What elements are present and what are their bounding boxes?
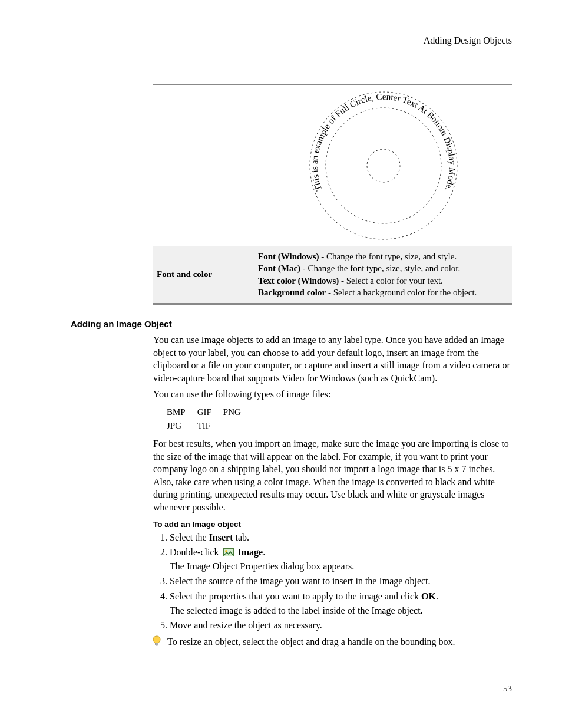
svg-text:This is an example of Full Cir: This is an example of Full Circle, Cente…	[309, 92, 457, 192]
tip-text: To resize an object, select the object a…	[167, 635, 455, 648]
type-cell: BMP	[166, 407, 186, 418]
type-cell	[223, 420, 242, 431]
step-3: Select the source of the image you want …	[170, 575, 512, 588]
type-cell: JPG	[166, 420, 186, 431]
svg-rect-6	[156, 643, 158, 645]
table-row: JPG TIF	[166, 420, 242, 431]
circle-text-figure: This is an example of Full Circle, Cente…	[307, 89, 460, 242]
font-mac-line: Font (Mac) - Change the font type, size,…	[258, 262, 508, 274]
svg-point-1	[326, 108, 441, 223]
tip-row: To resize an object, select the object a…	[152, 635, 512, 648]
type-cell: TIF	[197, 420, 212, 431]
step-4-sub: The selected image is added to the label…	[170, 604, 512, 617]
step-1: Select the Insert tab.	[170, 531, 512, 544]
page-number: 53	[71, 684, 512, 694]
step-2: Double-click Image. The Image Object Pro…	[170, 546, 512, 572]
procedure-heading: To add an Image object	[153, 520, 512, 529]
table-row-font-color: Font and color Font (Windows) - Change t…	[153, 246, 512, 303]
page-header: Adding Design Objects	[71, 35, 512, 51]
text-color-line: Text color (Windows) - Select a color fo…	[258, 275, 508, 286]
step-5: Move and resize the object as necessary.	[170, 619, 512, 632]
image-types-table: BMP GIF PNG JPG TIF	[156, 404, 252, 434]
table-row-figure: This is an example of Full Circle, Cente…	[153, 85, 512, 246]
bg-color-line: Background color - Select a background c…	[258, 286, 508, 298]
footer-rule	[71, 681, 512, 681]
header-rule	[71, 54, 512, 54]
type-cell: GIF	[197, 407, 212, 418]
properties-table: This is an example of Full Circle, Cente…	[153, 84, 512, 305]
svg-rect-4	[223, 549, 233, 556]
page: Adding Design Objects This is an example	[0, 0, 562, 728]
font-windows-line: Font (Windows) - Change the font type, s…	[258, 251, 508, 262]
page-footer: 53	[71, 681, 512, 694]
running-head: Adding Design Objects	[424, 35, 512, 46]
type-cell: PNG	[223, 407, 242, 418]
step-4: Select the properties that you want to a…	[170, 590, 512, 617]
figure-cell: This is an example of Full Circle, Cente…	[254, 85, 512, 246]
best-results-paragraph: For best results, when you import an ima…	[153, 437, 512, 514]
image-icon	[223, 548, 234, 556]
section-heading: Adding an Image Object	[71, 319, 512, 329]
content-area: This is an example of Full Circle, Cente…	[153, 84, 512, 648]
font-color-label: Font and color	[153, 265, 254, 284]
table-row: BMP GIF PNG	[166, 407, 242, 418]
step-2-sub: The Image Object Properties dialog box a…	[170, 560, 512, 573]
svg-point-2	[367, 149, 400, 182]
lightbulb-icon	[152, 635, 161, 647]
font-color-desc: Font (Windows) - Change the font type, s…	[254, 246, 512, 303]
circle-text: This is an example of Full Circle, Cente…	[309, 92, 457, 192]
svg-rect-7	[156, 645, 158, 646]
procedure-steps: Select the Insert tab. Double-click Imag…	[153, 531, 512, 632]
figure-label-cell	[153, 161, 254, 170]
types-intro: You can use the following types of image…	[153, 388, 512, 401]
intro-paragraph: You can use Image objects to add an imag…	[153, 334, 512, 384]
